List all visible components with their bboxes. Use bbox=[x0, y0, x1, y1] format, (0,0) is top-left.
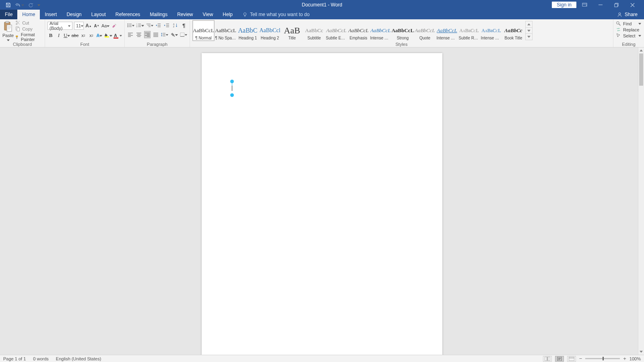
cut-button[interactable]: Cut bbox=[15, 20, 42, 25]
justify-button[interactable] bbox=[153, 31, 159, 38]
paste-button[interactable]: Paste bbox=[2, 20, 14, 42]
scroll-thumb[interactable] bbox=[639, 53, 643, 86]
tab-home[interactable]: Home bbox=[17, 10, 40, 19]
style-subtle-em-[interactable]: AaBbCcLSubtle Em… bbox=[325, 20, 347, 41]
page-indicator[interactable]: Page 1 of 1 bbox=[3, 356, 26, 361]
read-mode-button[interactable] bbox=[543, 356, 552, 362]
vertical-scrollbar[interactable] bbox=[638, 47, 644, 355]
copy-button[interactable]: Copy bbox=[15, 26, 42, 31]
show-marks-button[interactable]: ¶ bbox=[181, 22, 187, 29]
multilevel-button[interactable] bbox=[146, 22, 153, 29]
tab-help[interactable]: Help bbox=[218, 10, 237, 19]
align-right-button[interactable] bbox=[144, 31, 151, 38]
tab-view[interactable]: View bbox=[198, 10, 218, 19]
style---no-spac-[interactable]: AaBbCcL¶ No Spac… bbox=[215, 20, 237, 41]
font-size-combo[interactable]: 11 bbox=[74, 22, 84, 30]
svg-rect-0 bbox=[582, 3, 587, 6]
qat-customize[interactable] bbox=[37, 4, 40, 6]
style-name-label: Intense Q… bbox=[437, 36, 458, 40]
line-spacing-button[interactable] bbox=[161, 31, 168, 38]
style-heading-1[interactable]: AaBbCHeading 1 bbox=[237, 20, 259, 41]
change-case-button[interactable]: Aa bbox=[101, 22, 109, 29]
highlight-button[interactable] bbox=[104, 32, 112, 39]
style-emphasis[interactable]: AaBbCcLEmphasis bbox=[347, 20, 369, 41]
tab-layout[interactable]: Layout bbox=[87, 10, 111, 19]
outdent-button[interactable] bbox=[155, 22, 162, 29]
undo-button[interactable] bbox=[15, 2, 24, 7]
italic-button[interactable]: I bbox=[56, 32, 62, 39]
style-intense-e-[interactable]: AaBbCcLIntense E… bbox=[369, 20, 392, 41]
language-indicator[interactable]: English (United States) bbox=[56, 356, 101, 361]
scroll-down-button[interactable] bbox=[638, 349, 644, 355]
style-preview: AaBbCcL bbox=[348, 25, 369, 36]
style-name-label: Subtitle bbox=[308, 36, 321, 40]
close-button[interactable] bbox=[630, 3, 641, 7]
scroll-up-button[interactable] bbox=[638, 47, 644, 53]
bullets-button[interactable] bbox=[127, 22, 134, 29]
sign-in-button[interactable]: Sign in bbox=[552, 2, 576, 8]
share-button[interactable]: Share bbox=[625, 12, 638, 17]
tab-insert[interactable]: Insert bbox=[40, 10, 62, 19]
indent-button[interactable] bbox=[164, 22, 170, 29]
shading-button[interactable] bbox=[170, 31, 178, 38]
svg-rect-24 bbox=[548, 357, 550, 361]
minimize-button[interactable] bbox=[598, 2, 609, 7]
zoom-out-button[interactable]: − bbox=[579, 356, 582, 362]
zoom-slider[interactable] bbox=[585, 358, 620, 359]
web-layout-button[interactable] bbox=[567, 356, 576, 362]
style-strong[interactable]: AaBbCcLStrong bbox=[392, 20, 414, 41]
superscript-button[interactable]: x2 bbox=[88, 32, 95, 39]
style-intense-re-[interactable]: AaBbCcLIntense Re… bbox=[480, 20, 502, 41]
grow-font-button[interactable]: A▲ bbox=[85, 22, 92, 29]
styles-expander[interactable] bbox=[525, 21, 533, 40]
tab-design[interactable]: Design bbox=[62, 10, 86, 19]
document-page[interactable] bbox=[202, 53, 442, 355]
format-painter-button[interactable]: Format Painter bbox=[15, 32, 42, 42]
selection-handle-bottom[interactable] bbox=[230, 93, 234, 97]
tab-references[interactable]: References bbox=[111, 10, 145, 19]
window-title: Document1 - Word bbox=[302, 2, 342, 8]
word-count[interactable]: 0 words bbox=[33, 356, 49, 361]
font-name-combo[interactable]: Arial (Body) bbox=[47, 22, 72, 30]
redo-button[interactable] bbox=[28, 2, 33, 7]
numbering-button[interactable]: 123 bbox=[136, 22, 144, 29]
underline-button[interactable]: U bbox=[64, 32, 70, 39]
tab-file[interactable]: File bbox=[0, 10, 17, 19]
borders-button[interactable] bbox=[180, 31, 187, 38]
style---normal[interactable]: AaBbCcL¶ Normal bbox=[192, 20, 215, 41]
group-label-paragraph: Paragraph bbox=[127, 42, 187, 47]
strike-button[interactable]: abc bbox=[72, 32, 78, 39]
maximize-button[interactable] bbox=[614, 3, 625, 7]
align-left-button[interactable] bbox=[127, 31, 134, 38]
zoom-in-button[interactable]: + bbox=[623, 356, 626, 362]
clear-formatting-button[interactable] bbox=[111, 22, 118, 29]
style-heading-2[interactable]: AaBbCclHeading 2 bbox=[259, 20, 281, 41]
text-effects-button[interactable]: A bbox=[96, 32, 103, 39]
replace-button[interactable]: Replace bbox=[616, 27, 641, 32]
align-center-button[interactable] bbox=[136, 31, 142, 38]
style-preview: AaBbCc bbox=[504, 25, 522, 36]
style-quote[interactable]: AaBbCcLQuote bbox=[414, 20, 436, 41]
shrink-font-button[interactable]: A▼ bbox=[93, 22, 100, 29]
selection-handle-top[interactable] bbox=[230, 80, 234, 83]
tab-review[interactable]: Review bbox=[172, 10, 198, 19]
bold-button[interactable]: B bbox=[47, 32, 54, 39]
font-color-button[interactable]: A bbox=[114, 32, 122, 39]
subscript-button[interactable]: x2 bbox=[80, 32, 87, 39]
save-button[interactable] bbox=[6, 2, 11, 8]
print-layout-button[interactable] bbox=[555, 356, 564, 362]
style-title[interactable]: AaBTitle bbox=[281, 20, 303, 41]
tell-me-search[interactable]: Tell me what you want to do bbox=[237, 10, 310, 19]
find-button[interactable]: Find bbox=[616, 21, 641, 26]
select-button[interactable]: Select bbox=[616, 33, 641, 38]
style-intense-q-[interactable]: AaBbCcLIntense Q… bbox=[436, 20, 458, 41]
style-subtle-ref-[interactable]: AaBbCcLSubtle Ref… bbox=[458, 20, 480, 41]
style-book-title[interactable]: AaBbCcBook Title bbox=[502, 20, 524, 41]
ribbon-display-options[interactable] bbox=[582, 3, 592, 7]
style-subtitle[interactable]: AaBbCcSubtitle bbox=[303, 20, 325, 41]
font-name-value: Arial (Body) bbox=[50, 21, 68, 31]
tab-mailings[interactable]: Mailings bbox=[145, 10, 172, 19]
zoom-level[interactable]: 100% bbox=[630, 356, 641, 361]
svg-rect-26 bbox=[569, 357, 574, 361]
sort-button[interactable]: AZ bbox=[172, 22, 179, 29]
